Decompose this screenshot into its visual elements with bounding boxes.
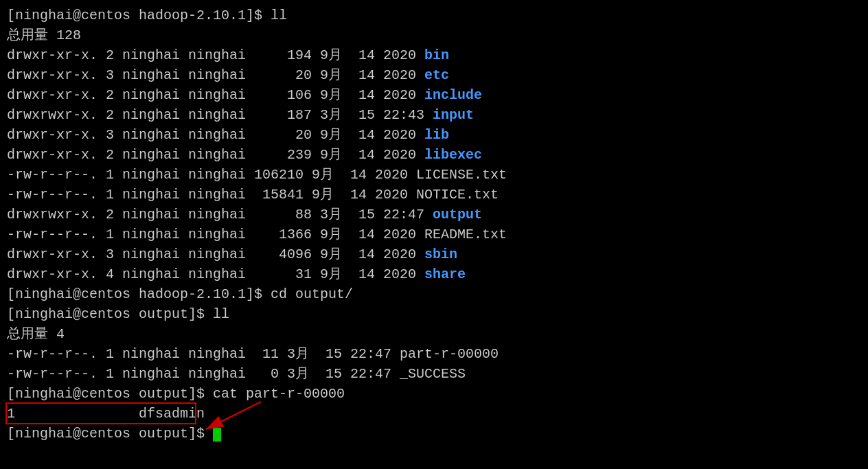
terminal-line: drwxr-xr-x. 2 ninghai ninghai 194 9月 14 …	[7, 45, 861, 65]
terminal-line: drwxr-xr-x. 4 ninghai ninghai 31 9月 14 2…	[7, 264, 861, 284]
terminal-line: [ninghai@centos hadoop-2.10.1]$ cd outpu…	[7, 284, 861, 304]
terminal-line: drwxr-xr-x. 2 ninghai ninghai 239 9月 14 …	[7, 145, 861, 165]
terminal-line: -rw-r--r--. 1 ninghai ninghai 15841 9月 1…	[7, 185, 861, 205]
terminal-line: [ninghai@centos output]$	[7, 424, 861, 444]
terminal-line: -rw-r--r--. 1 ninghai ninghai 106210 9月 …	[7, 165, 861, 185]
terminal-line: 总用量 4	[7, 324, 861, 344]
terminal-line: 总用量 128	[7, 25, 861, 45]
terminal-line: -rw-r--r--. 1 ninghai ninghai 11 3月 15 2…	[7, 344, 861, 364]
terminal-line: -rw-r--r--. 1 ninghai ninghai 0 3月 15 22…	[7, 364, 861, 384]
terminal-line: drwxr-xr-x. 3 ninghai ninghai 20 9月 14 2…	[7, 65, 861, 85]
terminal-line: drwxr-xr-x. 3 ninghai ninghai 4096 9月 14…	[7, 244, 861, 264]
terminal-line: [ninghai@centos output]$ ll	[7, 304, 861, 324]
terminal-line: drwxr-xr-x. 3 ninghai ninghai 20 9月 14 2…	[7, 125, 861, 145]
cat-result: 1 dfsadmin	[7, 404, 205, 424]
terminal-line: [ninghai@centos hadoop-2.10.1]$ ll	[7, 5, 861, 25]
terminal-line: drwxr-xr-x. 2 ninghai ninghai 106 9月 14 …	[7, 85, 861, 105]
cursor	[213, 428, 221, 442]
terminal-line: -rw-r--r--. 1 ninghai ninghai 1366 9月 14…	[7, 225, 861, 244]
terminal-line: drwxrwxr-x. 2 ninghai ninghai 88 3月 15 2…	[7, 205, 861, 225]
terminal-line: drwxrwxr-x. 2 ninghai ninghai 187 3月 15 …	[7, 105, 861, 125]
terminal-window: [ninghai@centos hadoop-2.10.1]$ ll 总用量 1…	[0, 0, 868, 469]
terminal-line: [ninghai@centos output]$ cat part-r-0000…	[7, 384, 861, 404]
